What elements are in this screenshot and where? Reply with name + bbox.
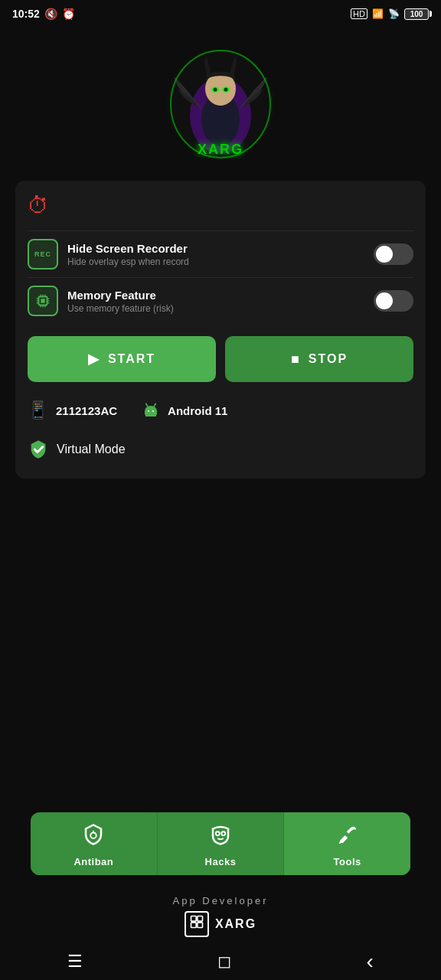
svg-point-30	[145, 403, 147, 405]
time-display: 10:52	[12, 8, 40, 20]
antiban-label: Antiban	[74, 856, 113, 867]
start-button[interactable]: ▶ START	[28, 336, 216, 382]
svg-point-37	[221, 831, 225, 835]
shield-check-icon	[28, 439, 49, 460]
svg-point-34	[91, 833, 97, 839]
cpu-svg	[34, 292, 51, 309]
developer-brand: XARG	[185, 911, 256, 937]
tools-icon	[336, 823, 359, 851]
mute-icon: 🔇	[44, 8, 57, 20]
system-nav-bar: ☰ ◻ ‹	[0, 943, 441, 980]
tab-hacks[interactable]: Hacks	[158, 812, 285, 875]
svg-rect-32	[145, 410, 147, 415]
feature-left-memory: Memory Feature Use memory feature (risk)	[28, 286, 174, 316]
tab-tools[interactable]: Tools	[284, 812, 410, 875]
cpu-icon-wrap	[28, 286, 58, 316]
svg-rect-11	[41, 299, 45, 303]
logo-image: XARG	[163, 47, 278, 162]
developer-title: App Developer	[173, 895, 269, 906]
timer-icon: ⏱	[28, 193, 49, 218]
svg-point-26	[148, 410, 149, 412]
developer-footer: App Developer XARG	[0, 883, 441, 943]
phone-icon: 📱	[28, 400, 48, 420]
feature-row-hide-recorder: REC Hide Screen Recorder Hide overlay es…	[28, 230, 413, 277]
tab-antiban[interactable]: Antiban	[31, 812, 158, 875]
virtual-mode-row: Virtual Mode	[28, 433, 413, 466]
feature-row-memory: Memory Feature Use memory feature (risk)	[28, 277, 413, 324]
svg-text:XARG: XARG	[198, 142, 243, 157]
wifi-icon: 📡	[388, 8, 400, 19]
virtual-mode-label: Virtual Mode	[57, 443, 126, 456]
memory-feature-title: Memory Feature	[67, 289, 174, 302]
tab-bar: Antiban Hacks Tools	[31, 812, 410, 875]
svg-rect-25	[145, 410, 156, 416]
android-version-value: Android 11	[168, 404, 227, 417]
toggle-knob-hide-recorder	[376, 246, 393, 263]
memory-feature-subtitle: Use memory feature (risk)	[67, 303, 174, 314]
antiban-icon	[82, 823, 105, 851]
timer-row: ⏱	[28, 193, 413, 218]
home-nav-button[interactable]: ◻	[211, 946, 237, 978]
svg-rect-39	[191, 916, 196, 922]
device-id-item: 📱 2112123AC	[28, 400, 117, 420]
toggle-knob-memory	[376, 292, 393, 309]
status-left: 10:52 🔇 ⏰	[12, 8, 75, 20]
svg-point-36	[216, 831, 220, 835]
brand-grid-icon	[185, 911, 209, 937]
tools-wrench-icon	[336, 823, 359, 846]
svg-rect-41	[191, 923, 196, 928]
spacer	[0, 486, 441, 812]
hide-recorder-subtitle: Hide overlay esp when record	[67, 256, 189, 267]
hide-recorder-title: Hide Screen Recorder	[67, 242, 189, 255]
feature-text-hide-recorder: Hide Screen Recorder Hide overlay esp wh…	[67, 242, 189, 267]
svg-rect-42	[198, 923, 203, 928]
svg-rect-40	[198, 916, 203, 922]
stop-icon: ■	[291, 351, 301, 368]
svg-rect-33	[155, 410, 158, 415]
feature-text-memory: Memory Feature Use memory feature (risk)	[67, 289, 174, 314]
status-right: HD 📶 📡 100	[351, 8, 429, 20]
memory-feature-toggle[interactable]	[374, 290, 413, 312]
tab-bar-wrapper: Antiban Hacks Tools	[0, 812, 441, 883]
device-id-value: 2112123AC	[56, 404, 117, 417]
feature-left-hide-recorder: REC Hide Screen Recorder Hide overlay es…	[28, 239, 189, 270]
alarm-icon: ⏰	[62, 8, 75, 20]
logo-area: XARG	[0, 28, 441, 173]
svg-point-27	[152, 410, 154, 412]
tools-label: Tools	[334, 856, 361, 867]
brand-name: XARG	[215, 917, 256, 931]
hacks-icon	[209, 823, 232, 851]
grid-icon	[189, 914, 204, 929]
hacks-mask-icon	[209, 823, 232, 846]
logo-container: XARG	[159, 43, 282, 165]
menu-nav-button[interactable]: ☰	[61, 946, 89, 978]
start-label: START	[108, 352, 155, 366]
hacks-label: Hacks	[205, 856, 237, 867]
info-row: 📱 2112123AC Android 11	[28, 394, 413, 426]
hd-badge: HD	[351, 8, 368, 19]
play-icon: ▶	[88, 351, 100, 368]
back-nav-button[interactable]: ‹	[361, 943, 380, 980]
svg-point-31	[155, 403, 156, 405]
stop-label: STOP	[309, 352, 348, 366]
battery-indicator: 100	[404, 8, 429, 20]
antiban-shield-icon	[82, 823, 105, 846]
android-icon	[142, 401, 160, 420]
main-card: ⏱ REC Hide Screen Recorder Hide overlay …	[15, 181, 426, 479]
rec-badge: REC	[34, 250, 51, 258]
rec-icon-wrap: REC	[28, 239, 58, 270]
status-bar: 10:52 🔇 ⏰ HD 📶 📡 100	[0, 0, 441, 28]
buttons-row: ▶ START ■ STOP	[28, 336, 413, 382]
hide-recorder-toggle[interactable]	[374, 243, 413, 265]
stop-button[interactable]: ■ STOP	[225, 336, 413, 382]
signal-icon: 📶	[372, 8, 384, 19]
android-version-item: Android 11	[142, 401, 227, 420]
svg-point-7	[224, 88, 228, 92]
svg-point-6	[214, 88, 217, 92]
